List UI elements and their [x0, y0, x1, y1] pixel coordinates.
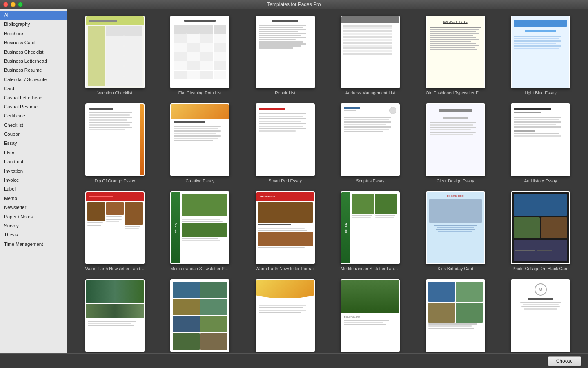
template-thumb-flat-cleaning	[170, 16, 229, 88]
main-layout: All Bibliography Brochure Business Card …	[0, 9, 588, 353]
close-button[interactable]	[3, 2, 8, 7]
template-item-scriptus[interactable]: Scriptus Essay	[331, 103, 410, 183]
sidebar-item-checklist[interactable]: Checklist	[0, 121, 67, 130]
template-thumb-smart-red	[256, 103, 315, 176]
template-thumb-warm-earth-landscape	[85, 191, 145, 264]
template-label-address-management: Address Management List	[345, 90, 395, 95]
template-thumb-creative-essay	[170, 103, 229, 176]
template-label-kids-birthday: Kids Birthday Card	[437, 266, 473, 271]
sidebar-item-casual-letterhead[interactable]: Casual Letterhead	[0, 93, 67, 102]
template-thumb-med-portrait: Holiday	[170, 191, 229, 264]
template-thumb-holiday-card: Best wishes!	[341, 279, 400, 352]
template-item-med-holiday[interactable]: Mediterranean Holiday Card	[416, 279, 495, 353]
template-thumb-old-fashioned: DOCUMENT TITLE	[426, 16, 485, 88]
sidebar-item-essay[interactable]: Essay	[0, 139, 67, 148]
template-item-med-portrait[interactable]: Holiday Mediterranean S...ws	[161, 191, 240, 271]
template-label-warm-earth-portrait: Warm Earth Newsletter Portrait	[256, 266, 315, 271]
window-title: Templates for Pages Pro	[267, 2, 321, 7]
template-item-blue-monogram[interactable]: M Blue Monogramm Card	[501, 279, 580, 353]
template-item-creative-summer[interactable]: Creative Summer Card	[246, 279, 325, 353]
template-item-art-history[interactable]: Art History Essay	[501, 103, 580, 183]
sidebar-item-all[interactable]: All	[0, 11, 67, 20]
template-item-photo-band-nature[interactable]: Photo Band Nature Card	[76, 279, 154, 353]
sidebar-item-invitation[interactable]: Invitation	[0, 166, 67, 175]
template-label-med-landscape: Mediterranean S...letter Landscape	[341, 266, 400, 271]
sidebar-item-business-letterhead[interactable]: Business Letterhead	[0, 56, 67, 65]
template-label-light-blue: Light Blue Essay	[525, 90, 557, 95]
template-item-med-landscape[interactable]: Holiday	[331, 191, 410, 271]
choose-button[interactable]: Choose	[548, 356, 581, 366]
template-label-clear-design: Clear Design Essay	[437, 178, 474, 183]
template-content: Vacation Checklist	[67, 9, 588, 353]
template-thumb-dip-orange	[85, 103, 145, 176]
template-label-smart-red: Smart Red Essay	[268, 178, 302, 183]
sidebar-item-time-management[interactable]: Time Management	[0, 240, 67, 249]
template-thumb-photo-collage-black	[511, 191, 570, 264]
template-item-kids-birthday[interactable]: it's party time! Kids Birthday Card	[416, 191, 495, 271]
template-item-old-fashioned[interactable]: DOCUMENT TITLE O	[416, 16, 495, 95]
maximize-button[interactable]	[18, 2, 23, 7]
template-thumb-scriptus	[341, 103, 400, 176]
sidebar-item-business-checklist[interactable]: Business Checklist	[0, 47, 67, 56]
template-thumb-clear-design	[426, 103, 485, 176]
sidebar-item-coupon[interactable]: Coupon	[0, 130, 67, 139]
template-thumb-address-management	[341, 16, 400, 88]
template-thumb-vacation-checklist	[85, 16, 145, 88]
template-thumb-blue-monogram: M	[511, 279, 570, 352]
template-label-scriptus: Scriptus Essay	[356, 178, 384, 183]
minimize-button[interactable]	[11, 2, 16, 7]
sidebar-item-memo[interactable]: Memo	[0, 194, 67, 203]
template-thumb-creative-summer	[256, 279, 315, 352]
template-thumb-repair-list	[256, 16, 315, 88]
template-label-art-history: Art History Essay	[524, 178, 557, 183]
template-item-creative-essay[interactable]: Creative Essay	[161, 103, 240, 183]
template-thumb-warm-earth-portrait: COMPANY NAME	[256, 191, 315, 264]
sidebar-item-newsletter[interactable]: Newsletter	[0, 203, 67, 212]
template-item-flat-cleaning[interactable]: Flat Cleaning Rota List	[161, 16, 240, 95]
template-label-med-portrait: Mediterranean S...wsletter Portrait	[170, 266, 229, 271]
template-item-clear-design[interactable]: Clear Design Essay	[416, 103, 495, 183]
template-label-flat-cleaning: Flat Cleaning Rota List	[178, 90, 222, 95]
sidebar-item-thesis[interactable]: Thesis	[0, 230, 67, 239]
sidebar-item-paper-notes[interactable]: Paper / Notes	[0, 212, 67, 221]
sidebar-item-survey[interactable]: Survey	[0, 221, 67, 230]
template-grid: Vacation Checklist	[76, 16, 580, 353]
sidebar-item-calendar[interactable]: Calendar / Schedule	[0, 75, 67, 84]
template-thumb-med-holiday	[426, 279, 485, 352]
template-item-photo-collage-card[interactable]: Photo Collage Card	[161, 279, 240, 353]
template-thumb-med-landscape: Holiday	[341, 191, 400, 264]
template-label-creative-essay: Creative Essay	[185, 178, 214, 183]
template-label-photo-collage-black: Photo Collage On Black Card	[512, 266, 568, 271]
template-item-vacation-checklist[interactable]: Vacation Checklist	[76, 16, 154, 95]
template-thumb-light-blue	[511, 16, 570, 88]
sidebar-item-handout[interactable]: Hand-out	[0, 157, 67, 166]
template-item-address-management[interactable]: Address Management List	[331, 16, 410, 95]
template-label-old-fashioned: Old Fashioned Typewriter Essay	[426, 90, 485, 95]
sidebar-item-brochure[interactable]: Brochure	[0, 29, 67, 38]
template-item-warm-earth-landscape[interactable]: Warm Earth Newsletter Landscape	[76, 191, 154, 271]
sidebar-item-certificate[interactable]: Certificate	[0, 111, 67, 120]
sidebar-item-casual-resume[interactable]: Casual Resume	[0, 102, 67, 111]
template-thumb-art-history	[511, 103, 570, 176]
template-item-smart-red[interactable]: Smart Red Essay	[246, 103, 325, 183]
template-label-dip-orange: Dip Of Orange Essay	[95, 178, 135, 183]
template-item-dip-orange[interactable]: Dip Of Orange Essay	[76, 103, 154, 183]
sidebar-item-flyer[interactable]: Flyer	[0, 148, 67, 157]
template-item-repair-list[interactable]: Repair List	[246, 16, 325, 95]
sidebar-item-label[interactable]: Label	[0, 184, 67, 193]
sidebar-item-bibliography[interactable]: Bibliography	[0, 20, 67, 29]
template-item-light-blue[interactable]: Light Blue Essay	[501, 16, 580, 95]
template-label-repair-list: Repair List	[275, 90, 295, 95]
template-label-warm-earth-landscape: Warm Earth Newsletter Landscape	[85, 266, 145, 271]
sidebar-item-card[interactable]: Card	[0, 84, 67, 93]
sidebar-item-business-resume[interactable]: Business Resume	[0, 65, 67, 74]
sidebar-item-business-card[interactable]: Business Card	[0, 38, 67, 47]
sidebar-item-invoice[interactable]: Invoice	[0, 175, 67, 184]
template-item-holiday-card[interactable]: Best wishes! Holiday Card	[331, 279, 410, 353]
template-thumb-kids-birthday: it's party time!	[426, 191, 485, 264]
template-thumb-photo-band-nature	[85, 279, 145, 352]
template-item-photo-collage-black[interactable]: Photo Collage On Black Card	[501, 191, 580, 271]
title-bar: Templates for Pages Pro	[0, 0, 588, 9]
bottom-bar: Choose	[0, 353, 588, 368]
template-item-warm-earth-portrait[interactable]: COMPANY NAME Warm Earth News	[246, 191, 325, 271]
